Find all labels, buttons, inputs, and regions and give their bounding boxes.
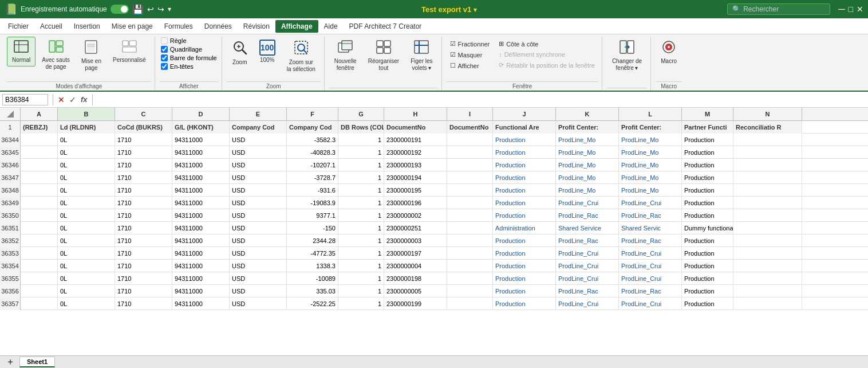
autosave-toggle[interactable] [111, 5, 129, 14]
table-cell[interactable] [21, 247, 58, 260]
table-cell[interactable]: 1 [338, 184, 384, 197]
table-cell[interactable]: 2300000002 [384, 209, 447, 222]
quadrillage-checkbox[interactable] [161, 46, 168, 53]
table-cell[interactable]: Production [682, 297, 733, 310]
table-cell[interactable]: ProdLine_Rac [556, 285, 619, 297]
table-cell[interactable]: 0L [58, 285, 115, 297]
ribbon-btn-zoom-selection[interactable]: Zoom surla sélection [282, 37, 321, 76]
table-cell[interactable]: Production [493, 197, 556, 209]
table-cell[interactable]: 1 [338, 297, 384, 310]
table-cell[interactable]: 0L [58, 134, 115, 146]
table-cell[interactable]: Production [493, 184, 556, 197]
ribbon-btn-fractionner[interactable]: ☑ Fractionner [447, 39, 494, 49]
table-cell[interactable]: 2300000192 [384, 146, 447, 159]
table-cell[interactable]: 1 [338, 134, 384, 146]
table-cell[interactable]: ProdLine_Crui [619, 260, 682, 272]
table-cell[interactable]: 94311000 [172, 234, 230, 247]
table-cell[interactable]: 2300000198 [384, 272, 447, 285]
table-cell[interactable]: 2300000191 [384, 134, 447, 146]
table-cell[interactable] [447, 234, 493, 247]
menu-insertion[interactable]: Insertion [68, 20, 106, 33]
menu-donnees[interactable]: Données [199, 20, 238, 33]
ribbon-btn-zoom[interactable]: Zoom [227, 37, 253, 69]
table-cell[interactable]: 1710 [115, 209, 172, 222]
redo-icon[interactable]: ↪ [157, 5, 164, 14]
table-cell[interactable]: Administration [493, 222, 556, 234]
table-cell[interactable]: 1710 [115, 171, 172, 184]
table-cell[interactable]: ProdLine_Mo [556, 184, 619, 197]
table-cell[interactable]: 1710 [115, 234, 172, 247]
table-cell[interactable]: Shared Servic [619, 222, 682, 234]
table-cell[interactable]: 94311000 [172, 134, 230, 146]
header-cell-8[interactable]: DocumentNo [447, 121, 493, 134]
table-cell[interactable]: 2300000251 [384, 222, 447, 234]
table-cell[interactable]: Production [682, 272, 733, 285]
col-header-F[interactable]: F [287, 108, 338, 120]
ribbon-btn-zoom100[interactable]: 100 100% [254, 37, 281, 66]
table-cell[interactable] [733, 272, 802, 285]
table-cell[interactable]: ProdLine_Mo [619, 134, 682, 146]
table-cell[interactable] [21, 171, 58, 184]
table-cell[interactable] [733, 209, 802, 222]
table-cell[interactable]: USD [230, 222, 287, 234]
table-cell[interactable]: USD [230, 159, 287, 171]
table-cell[interactable]: 1 [338, 222, 384, 234]
table-cell[interactable]: 94311000 [172, 285, 230, 297]
table-cell[interactable]: 1710 [115, 184, 172, 197]
table-cell[interactable] [21, 146, 58, 159]
ribbon-btn-changer-fenetre[interactable]: Changer defenêtre ▾ [607, 37, 647, 75]
header-cell-4[interactable]: Company Cod [230, 121, 287, 134]
table-cell[interactable]: 1 [338, 171, 384, 184]
table-cell[interactable]: USD [230, 297, 287, 310]
table-cell[interactable] [733, 146, 802, 159]
table-cell[interactable]: ProdLine_Crui [619, 247, 682, 260]
table-cell[interactable] [21, 285, 58, 297]
en-tetes-checkbox[interactable] [161, 63, 168, 70]
table-cell[interactable]: Production [682, 171, 733, 184]
table-cell[interactable]: 1710 [115, 260, 172, 272]
table-cell[interactable]: ProdLine_Crui [556, 272, 619, 285]
table-cell[interactable]: 1 [338, 260, 384, 272]
table-cell[interactable]: ProdLine_Crui [556, 260, 619, 272]
checkbox-en-tetes[interactable]: En-têtes [160, 62, 218, 71]
header-cell-11[interactable]: Profit Center: [619, 121, 682, 134]
table-cell[interactable]: -3728.7 [287, 171, 338, 184]
table-cell[interactable]: ProdLine_Crui [619, 272, 682, 285]
table-cell[interactable]: Production [682, 209, 733, 222]
ribbon-btn-figer[interactable]: Figer lesvolets ▾ [405, 37, 437, 75]
table-cell[interactable]: 0L [58, 297, 115, 310]
table-cell[interactable] [21, 159, 58, 171]
table-cell[interactable]: ProdLine_Mo [556, 171, 619, 184]
checkbox-quadrillage[interactable]: Quadrillage [160, 45, 218, 53]
table-cell[interactable]: 1 [338, 209, 384, 222]
table-cell[interactable]: ProdLine_Mo [556, 159, 619, 171]
col-header-H[interactable]: H [384, 108, 447, 120]
ribbon-btn-macros[interactable]: Macro [656, 37, 682, 68]
table-cell[interactable] [447, 171, 493, 184]
table-cell[interactable]: 1 [338, 146, 384, 159]
col-header-B[interactable]: B [58, 108, 115, 120]
confirm-formula-icon[interactable]: ✓ [69, 95, 76, 104]
col-header-L[interactable]: L [619, 108, 682, 120]
add-sheet-icon[interactable]: ＋ [2, 356, 18, 368]
col-header-K[interactable]: K [556, 108, 619, 120]
sheet-tab-1[interactable]: Sheet1 [19, 357, 55, 367]
ribbon-btn-reorganiser[interactable]: Réorganisertout [363, 37, 404, 75]
table-cell[interactable] [447, 146, 493, 159]
table-cell[interactable]: ProdLine_Crui [619, 197, 682, 209]
table-cell[interactable]: 94311000 [172, 209, 230, 222]
table-cell[interactable] [447, 197, 493, 209]
table-cell[interactable]: 94311000 [172, 146, 230, 159]
table-cell[interactable] [21, 197, 58, 209]
table-cell[interactable] [21, 297, 58, 310]
table-cell[interactable] [447, 272, 493, 285]
table-cell[interactable]: Production [682, 146, 733, 159]
table-cell[interactable]: USD [230, 197, 287, 209]
table-cell[interactable]: ProdLine_Rac [556, 234, 619, 247]
table-cell[interactable]: 2300000194 [384, 171, 447, 184]
table-cell[interactable]: USD [230, 146, 287, 159]
table-cell[interactable]: 0L [58, 146, 115, 159]
table-cell[interactable]: Production [493, 272, 556, 285]
formula-input[interactable] [97, 96, 866, 104]
header-cell-1[interactable]: Ld (RLDNR) [58, 121, 115, 134]
